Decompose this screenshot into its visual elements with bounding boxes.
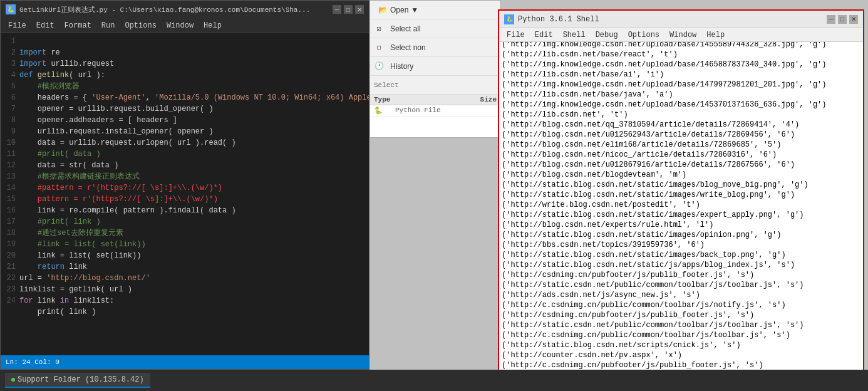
shell-minimize-button[interactable]: ─ — [827, 15, 835, 24]
col-type: Type — [374, 96, 437, 103]
shell-output-line: ('http://static.blog.csdn.net/static/ima… — [502, 180, 860, 190]
taskbar: Support Folder (10.135.8.42) — [0, 370, 868, 391]
editor-title-bar: 🐍 GetLinkUrl正则表达式.py - C:\Users\xiao.fan… — [1, 1, 369, 18]
shell-output-line: ('http://lib.csdn.net/base/ai', 'i') — [502, 70, 860, 80]
shell-menu-bar: File Edit Shell Debug Options Window Hel… — [499, 28, 863, 42]
shell-output-line: ('http://img.knowledge.csdn.net/upload/b… — [502, 80, 860, 90]
shell-menu-file[interactable]: File — [502, 30, 530, 40]
shell-close-button[interactable]: ✕ — [849, 15, 858, 24]
toolbar-row-history: 🕐 History — [370, 57, 500, 76]
shell-window-controls: ─ □ ✕ — [827, 15, 858, 24]
open-icon: 📂 — [378, 5, 388, 15]
history-label: History — [390, 62, 413, 71]
menu-format[interactable]: Format — [59, 18, 96, 33]
shell-menu-shell[interactable]: Shell — [558, 30, 591, 40]
shell-output-line: ('http://static.csdn.net/public/common/t… — [502, 320, 860, 330]
shell-output-line: ('http://blog.csdn.net/nicoc_/article/de… — [502, 150, 860, 160]
open-button[interactable]: 📂 Open ▼ — [374, 4, 422, 16]
toolbar-row-select-section: Select — [370, 76, 500, 95]
shell-output[interactable]: ('http://blog.csdn.net/zhuweigangzwg', '… — [499, 42, 863, 372]
editor-window-controls: ─ □ ✕ — [333, 5, 364, 14]
shell-output-line: ('http://c.csdnimg.cn/public/common/tool… — [502, 330, 860, 340]
editor-menu-bar: File Edit Format Run Options Window Help — [1, 18, 369, 33]
file-type-label: Python File — [395, 107, 445, 115]
toolbar-row-selectnone: ☐ Select non — [370, 38, 500, 57]
code-area: 12345 678910 1112131415 1617181920 21222… — [1, 33, 369, 355]
menu-edit[interactable]: Edit — [31, 18, 59, 33]
editor-window: 🐍 GetLinkUrl正则表达式.py - C:\Users\xiao.fan… — [0, 0, 369, 370]
select-section-label: Select — [374, 81, 399, 89]
shell-output-line: ('http://blog.csdn.net/blogdevteam', 'm'… — [502, 170, 860, 180]
shell-title-bar: 🐍 Python 3.6.1 Shell ─ □ ✕ — [499, 11, 863, 28]
shell-output-line: ('http://blog.csdn.net/elim168/article/d… — [502, 140, 860, 150]
taskbar-item-support[interactable]: Support Folder (10.135.8.42) — [5, 373, 150, 388]
editor-maximize-button[interactable]: □ — [344, 5, 353, 14]
shell-output-line: ('http://lib.csdn.net/base/java', 'a') — [502, 90, 860, 100]
toolbar-row-selectall: ☑ Select all — [370, 19, 500, 38]
toolbar-row-open: 📂 Open ▼ — [370, 1, 500, 19]
shell-maximize-button[interactable]: □ — [838, 15, 847, 24]
shell-output-line: ('http://static.blog.csdn.net/scripts/cn… — [502, 340, 860, 350]
col-size: Size — [480, 96, 497, 103]
open-label: Open — [390, 6, 408, 14]
editor-window-icon: 🐍 — [6, 4, 16, 14]
file-name-label: 🐍 — [374, 107, 383, 115]
shell-title-text: Python 3.6.1 Shell — [518, 15, 823, 24]
shell-output-line: ('http://csdnimg.cn/pubfooter/js/publib_… — [502, 270, 860, 280]
line-numbers: 12345 678910 1112131415 1617181920 21222… — [1, 33, 19, 355]
editor-minimize-button[interactable]: ─ — [333, 5, 341, 14]
select-all-button[interactable]: Select all — [386, 23, 425, 34]
shell-output-line: ('http://static.blog.csdn.net/static/ima… — [502, 230, 860, 240]
shell-output-line: ('http://write.blog.csdn.net/postedit', … — [502, 200, 860, 210]
shell-output-line: ('http://blog.csdn.net/u012867916/articl… — [502, 160, 860, 170]
shell-output-line: ('http://c.csdnimg.cn/pubfooter/js/publi… — [502, 360, 860, 370]
shell-window-icon: 🐍 — [504, 14, 514, 24]
shell-output-line: ('http://static.blog.csdn.net/static/ima… — [502, 210, 860, 220]
file-row-1[interactable]: 🐍 Python File — [370, 105, 500, 117]
editor-close-button[interactable]: ✕ — [355, 5, 364, 14]
shell-menu-help[interactable]: Help — [701, 30, 730, 40]
code-content[interactable]: import re import urllib.request def getl… — [19, 33, 369, 355]
shell-output-line: ('http://blog.csdn.net/experts/rule.html… — [502, 220, 860, 230]
shell-output-line: ('http://counter.csdn.net/pv.aspx', 'x') — [502, 350, 860, 360]
shell-output-line: ('http://static.blog.csdn.net/static/js/… — [502, 260, 860, 270]
shell-output-line: ('http://csdnimg.cn/pubfooter/js/publib_… — [502, 310, 860, 320]
select-all-label: Select all — [390, 24, 421, 33]
shell-output-line: ('http://c.csdnimg.cn/public/common/tool… — [502, 300, 860, 310]
history-button[interactable]: History — [386, 61, 417, 72]
shell-output-line: ('http://img.knowledge.csdn.net/upload/b… — [502, 42, 860, 50]
shell-output-line: ('http://img.knowledge.csdn.net/upload/b… — [502, 60, 860, 70]
shell-menu-edit[interactable]: Edit — [530, 30, 558, 40]
shell-menu-options[interactable]: Options — [623, 30, 664, 40]
shell-output-line: ('http://static.blog.csdn.net/static/ima… — [502, 190, 860, 200]
toolbar-panel: 📂 Open ▼ ☑ Select all ☐ Select non 🕐 His… — [369, 0, 501, 138]
shell-window: 🐍 Python 3.6.1 Shell ─ □ ✕ File Edit She… — [498, 9, 864, 385]
shell-output-line: ('http://lib.csdn.net', 't') — [502, 110, 860, 120]
history-icon: 🕐 — [374, 61, 384, 71]
menu-run[interactable]: Run — [96, 18, 120, 33]
select-none-button[interactable]: Select non — [386, 42, 430, 53]
shell-output-line: ('http://static.csdn.net/public/common/t… — [502, 280, 860, 290]
select-none-label: Select non — [390, 43, 426, 52]
menu-window[interactable]: Window — [162, 18, 199, 33]
shell-output-line: ('http://blog.csdn.net/qq_37810594/artic… — [502, 120, 860, 130]
editor-status-bar: Ln: 24 Col: 0 — [1, 355, 369, 369]
menu-file[interactable]: File — [3, 18, 31, 33]
editor-title-text: GetLinkUrl正则表达式.py - C:\Users\xiao.fang@… — [19, 5, 329, 14]
shell-menu-window[interactable]: Window — [664, 30, 701, 40]
editor-status-text: Ln: 24 Col: 0 — [6, 358, 59, 366]
shell-output-line: ('http://ads.csdn.net/js/async_new.js', … — [502, 290, 860, 300]
selectall-icon: ☑ — [374, 24, 384, 34]
taskbar-dot — [11, 378, 15, 382]
selectnone-icon: ☐ — [374, 43, 384, 53]
open-chevron: ▼ — [411, 6, 418, 14]
shell-output-line: ('http://lib.csdn.net/base/react', 't') — [502, 50, 860, 60]
shell-output-line: ('http://bbs.csdn.net/topics/391959736',… — [502, 240, 860, 250]
menu-help[interactable]: Help — [199, 18, 227, 33]
file-list-area: Type Size 🐍 Python File — [370, 95, 500, 137]
shell-output-line: ('http://img.knowledge.csdn.net/upload/b… — [502, 100, 860, 110]
shell-output-line: ('http://static.blog.csdn.net/static/ima… — [502, 250, 860, 260]
menu-options[interactable]: Options — [120, 18, 161, 33]
shell-menu-debug[interactable]: Debug — [591, 30, 623, 40]
file-list-header: Type Size — [370, 95, 500, 105]
